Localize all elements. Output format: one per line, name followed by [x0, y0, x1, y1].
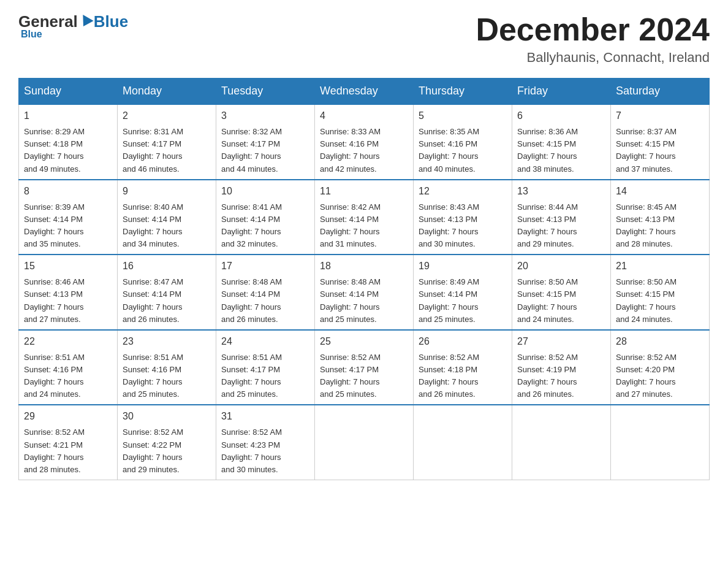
- calendar-cell: 14 Sunrise: 8:45 AMSunset: 4:13 PMDaylig…: [611, 180, 710, 255]
- calendar-cell: 15 Sunrise: 8:46 AMSunset: 4:13 PMDaylig…: [19, 255, 118, 330]
- col-header-monday: Monday: [118, 79, 216, 105]
- day-info: Sunrise: 8:52 AMSunset: 4:20 PMDaylight:…: [616, 353, 677, 399]
- calendar-week-row: 8 Sunrise: 8:39 AMSunset: 4:14 PMDayligh…: [19, 180, 710, 255]
- day-number: 21: [616, 259, 704, 274]
- day-number: 28: [616, 334, 704, 349]
- day-info: Sunrise: 8:35 AMSunset: 4:16 PMDaylight:…: [419, 127, 479, 173]
- calendar-cell: 6 Sunrise: 8:36 AMSunset: 4:15 PMDayligh…: [512, 104, 611, 180]
- day-number: 19: [419, 259, 507, 274]
- day-info: Sunrise: 8:50 AMSunset: 4:15 PMDaylight:…: [517, 277, 578, 323]
- calendar-cell: [512, 405, 611, 480]
- col-header-tuesday: Tuesday: [216, 79, 315, 105]
- day-info: Sunrise: 8:51 AMSunset: 4:16 PMDaylight:…: [24, 353, 85, 399]
- day-info: Sunrise: 8:32 AMSunset: 4:17 PMDaylight:…: [221, 127, 282, 173]
- calendar-cell: 2 Sunrise: 8:31 AMSunset: 4:17 PMDayligh…: [118, 104, 216, 180]
- calendar-cell: 9 Sunrise: 8:40 AMSunset: 4:14 PMDayligh…: [118, 180, 216, 255]
- day-number: 15: [24, 259, 112, 274]
- location: Ballyhaunis, Connacht, Ireland: [476, 50, 710, 66]
- day-info: Sunrise: 8:52 AMSunset: 4:23 PMDaylight:…: [221, 427, 282, 473]
- day-info: Sunrise: 8:51 AMSunset: 4:17 PMDaylight:…: [221, 353, 282, 399]
- day-info: Sunrise: 8:40 AMSunset: 4:14 PMDaylight:…: [123, 202, 183, 248]
- day-number: 13: [517, 184, 605, 199]
- day-info: Sunrise: 8:48 AMSunset: 4:14 PMDaylight:…: [320, 277, 381, 323]
- calendar-header-row: SundayMondayTuesdayWednesdayThursdayFrid…: [19, 79, 710, 105]
- day-number: 1: [24, 109, 112, 123]
- day-info: Sunrise: 8:44 AMSunset: 4:13 PMDaylight:…: [517, 202, 578, 248]
- day-info: Sunrise: 8:39 AMSunset: 4:14 PMDaylight:…: [24, 202, 85, 248]
- logo-subtitle: Blue: [21, 29, 42, 40]
- day-info: Sunrise: 8:46 AMSunset: 4:13 PMDaylight:…: [24, 277, 85, 323]
- day-number: 5: [419, 109, 507, 123]
- col-header-sunday: Sunday: [19, 79, 118, 105]
- day-info: Sunrise: 8:52 AMSunset: 4:18 PMDaylight:…: [419, 353, 479, 399]
- calendar-cell: 12 Sunrise: 8:43 AMSunset: 4:13 PMDaylig…: [414, 180, 512, 255]
- day-number: 25: [320, 334, 408, 349]
- calendar-cell: 11 Sunrise: 8:42 AMSunset: 4:14 PMDaylig…: [315, 180, 414, 255]
- col-header-wednesday: Wednesday: [315, 79, 414, 105]
- calendar-cell: 7 Sunrise: 8:37 AMSunset: 4:15 PMDayligh…: [611, 104, 710, 180]
- day-info: Sunrise: 8:45 AMSunset: 4:13 PMDaylight:…: [616, 202, 677, 248]
- calendar-week-row: 1 Sunrise: 8:29 AMSunset: 4:18 PMDayligh…: [19, 104, 710, 180]
- calendar-cell: 27 Sunrise: 8:52 AMSunset: 4:19 PMDaylig…: [512, 330, 611, 405]
- calendar-cell: 20 Sunrise: 8:50 AMSunset: 4:15 PMDaylig…: [512, 255, 611, 330]
- day-number: 12: [419, 184, 507, 199]
- page-header: General Blue Blue December 2024 Ballyhau…: [18, 12, 710, 66]
- day-info: Sunrise: 8:52 AMSunset: 4:22 PMDaylight:…: [123, 427, 183, 473]
- month-title: December 2024: [476, 12, 710, 47]
- calendar-cell: [414, 405, 512, 480]
- calendar-cell: 30 Sunrise: 8:52 AMSunset: 4:22 PMDaylig…: [118, 405, 216, 480]
- calendar-cell: 26 Sunrise: 8:52 AMSunset: 4:18 PMDaylig…: [414, 330, 512, 405]
- day-info: Sunrise: 8:52 AMSunset: 4:21 PMDaylight:…: [24, 427, 85, 473]
- calendar-cell: 4 Sunrise: 8:33 AMSunset: 4:16 PMDayligh…: [315, 104, 414, 180]
- day-number: 18: [320, 259, 408, 274]
- day-info: Sunrise: 8:48 AMSunset: 4:14 PMDaylight:…: [221, 277, 282, 323]
- day-number: 11: [320, 184, 408, 199]
- day-info: Sunrise: 8:52 AMSunset: 4:17 PMDaylight:…: [320, 353, 381, 399]
- calendar-cell: 25 Sunrise: 8:52 AMSunset: 4:17 PMDaylig…: [315, 330, 414, 405]
- day-number: 20: [517, 259, 605, 274]
- calendar-cell: 17 Sunrise: 8:48 AMSunset: 4:14 PMDaylig…: [216, 255, 315, 330]
- calendar-cell: 28 Sunrise: 8:52 AMSunset: 4:20 PMDaylig…: [611, 330, 710, 405]
- day-info: Sunrise: 8:43 AMSunset: 4:13 PMDaylight:…: [419, 202, 479, 248]
- day-info: Sunrise: 8:50 AMSunset: 4:15 PMDaylight:…: [616, 277, 677, 323]
- calendar-cell: 19 Sunrise: 8:49 AMSunset: 4:14 PMDaylig…: [414, 255, 512, 330]
- day-number: 4: [320, 109, 408, 123]
- calendar-cell: 5 Sunrise: 8:35 AMSunset: 4:16 PMDayligh…: [414, 104, 512, 180]
- col-header-thursday: Thursday: [414, 79, 512, 105]
- calendar-cell: 29 Sunrise: 8:52 AMSunset: 4:21 PMDaylig…: [19, 405, 118, 480]
- calendar-week-row: 29 Sunrise: 8:52 AMSunset: 4:21 PMDaylig…: [19, 405, 710, 480]
- day-number: 31: [221, 409, 309, 424]
- day-info: Sunrise: 8:52 AMSunset: 4:19 PMDaylight:…: [517, 353, 578, 399]
- calendar-week-row: 22 Sunrise: 8:51 AMSunset: 4:16 PMDaylig…: [19, 330, 710, 405]
- calendar-cell: [315, 405, 414, 480]
- day-info: Sunrise: 8:49 AMSunset: 4:14 PMDaylight:…: [419, 277, 479, 323]
- day-number: 23: [123, 334, 211, 349]
- day-info: Sunrise: 8:33 AMSunset: 4:16 PMDaylight:…: [320, 127, 381, 173]
- calendar-cell: 23 Sunrise: 8:51 AMSunset: 4:16 PMDaylig…: [118, 330, 216, 405]
- day-number: 29: [24, 409, 112, 424]
- title-section: December 2024 Ballyhaunis, Connacht, Ire…: [476, 12, 710, 66]
- calendar-cell: 16 Sunrise: 8:47 AMSunset: 4:14 PMDaylig…: [118, 255, 216, 330]
- day-info: Sunrise: 8:29 AMSunset: 4:18 PMDaylight:…: [24, 127, 85, 173]
- calendar-cell: 24 Sunrise: 8:51 AMSunset: 4:17 PMDaylig…: [216, 330, 315, 405]
- day-number: 27: [517, 334, 605, 349]
- day-info: Sunrise: 8:42 AMSunset: 4:14 PMDaylight:…: [320, 202, 381, 248]
- col-header-friday: Friday: [512, 79, 611, 105]
- calendar-cell: 21 Sunrise: 8:50 AMSunset: 4:15 PMDaylig…: [611, 255, 710, 330]
- day-number: 3: [221, 109, 309, 123]
- calendar-table: SundayMondayTuesdayWednesdayThursdayFrid…: [18, 78, 710, 480]
- day-number: 16: [123, 259, 211, 274]
- day-number: 8: [24, 184, 112, 199]
- calendar-week-row: 15 Sunrise: 8:46 AMSunset: 4:13 PMDaylig…: [19, 255, 710, 330]
- calendar-cell: 3 Sunrise: 8:32 AMSunset: 4:17 PMDayligh…: [216, 104, 315, 180]
- day-number: 10: [221, 184, 309, 199]
- day-number: 17: [221, 259, 309, 274]
- day-number: 26: [419, 334, 507, 349]
- calendar-cell: 1 Sunrise: 8:29 AMSunset: 4:18 PMDayligh…: [19, 104, 118, 180]
- col-header-saturday: Saturday: [611, 79, 710, 105]
- day-info: Sunrise: 8:51 AMSunset: 4:16 PMDaylight:…: [123, 353, 183, 399]
- calendar-cell: 22 Sunrise: 8:51 AMSunset: 4:16 PMDaylig…: [19, 330, 118, 405]
- day-info: Sunrise: 8:37 AMSunset: 4:15 PMDaylight:…: [616, 127, 677, 173]
- calendar-cell: 18 Sunrise: 8:48 AMSunset: 4:14 PMDaylig…: [315, 255, 414, 330]
- day-info: Sunrise: 8:41 AMSunset: 4:14 PMDaylight:…: [221, 202, 282, 248]
